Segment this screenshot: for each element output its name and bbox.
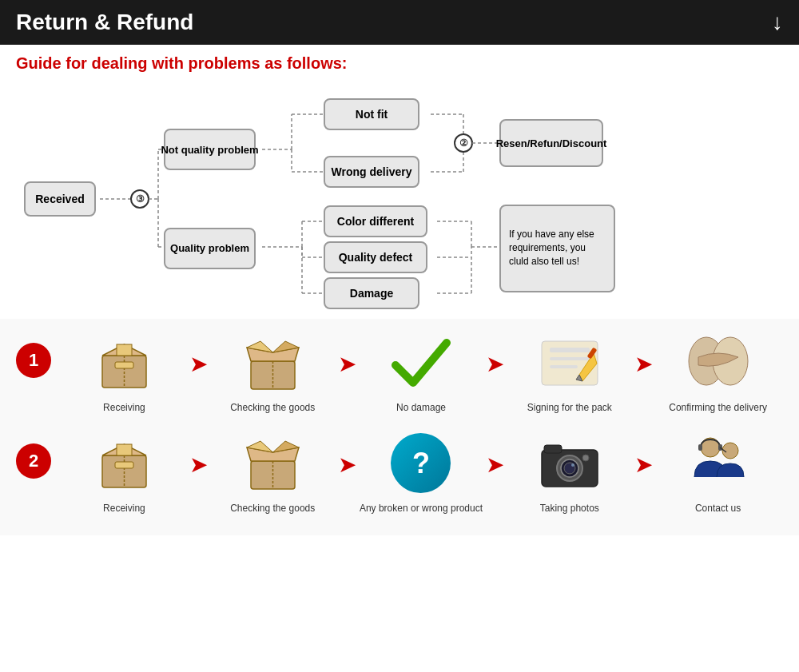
steps-items-1: Receiving ➤ Checking the goods	[59, 327, 783, 415]
step-num-1: 1	[16, 343, 51, 378]
svg-rect-46	[550, 365, 578, 368]
box-open-icon-2	[233, 427, 312, 499]
flowchart-area: ③	[0, 79, 799, 319]
flowchart: ③	[16, 87, 783, 311]
pencil-icon	[530, 327, 610, 399]
step-label-signing: Signing for the pack	[527, 402, 612, 415]
header-arrow: ↓	[772, 10, 783, 35]
not-quality-box: Not quality problem	[164, 129, 256, 170]
svg-rect-56	[115, 462, 133, 468]
received-box: Received	[24, 181, 96, 217]
not-fit-box: Not fit	[324, 98, 419, 130]
requirements-box: If you have any else requirements, you c…	[499, 205, 615, 292]
steps-items-2: Receiving ➤ Checking the goods	[59, 427, 783, 515]
svg-text:②: ②	[459, 137, 468, 149]
step-item-photos: Taking photos	[504, 427, 634, 515]
step-label-confirming: Confirming the delivery	[669, 402, 767, 415]
step-item-nodamage: No damage	[356, 327, 487, 415]
checkmark-icon	[381, 327, 461, 399]
resen-refund-box: Resen/Refun/Discount	[499, 119, 603, 167]
step-label-checking-2: Checking the goods	[230, 503, 315, 515]
arrow-1-1: ➤	[189, 327, 208, 377]
svg-point-1	[131, 190, 149, 208]
step-item-confirming: Confirming the delivery	[653, 327, 783, 415]
step-item-broken: ? Any broken or wrong product	[356, 427, 487, 515]
step-label-receiving-2: Receiving	[103, 503, 145, 515]
header: Return & Refund ↓	[0, 0, 799, 45]
step-item-receiving-2: Receiving	[59, 427, 189, 515]
step-item-receiving-1: Receiving	[59, 327, 189, 415]
step-item-contact: Contact us	[653, 427, 783, 515]
step-label-photos: Taking photos	[540, 503, 599, 515]
svg-point-67	[571, 463, 574, 467]
camera-icon	[530, 427, 610, 499]
header-title: Return & Refund	[16, 10, 193, 35]
arrow-2-2: ➤	[338, 427, 356, 478]
step-label-nodamage: No damage	[396, 402, 446, 415]
arrow-2-3: ➤	[486, 427, 504, 478]
step-item-checking-1: Checking the goods	[208, 327, 338, 415]
svg-text:③: ③	[136, 193, 145, 205]
arrow-1-2: ➤	[338, 327, 356, 377]
arrow-1-4: ➤	[634, 327, 653, 377]
step-label-receiving-1: Receiving	[103, 402, 145, 415]
step-label-checking-1: Checking the goods	[230, 402, 315, 415]
svg-point-68	[582, 455, 589, 461]
wrong-delivery-box: Wrong delivery	[324, 156, 419, 188]
arrow-2-4: ➤	[634, 427, 653, 478]
color-different-box: Color different	[324, 205, 427, 237]
box-closed-icon-2	[84, 427, 164, 499]
question-icon: ?	[381, 427, 461, 499]
svg-rect-63	[544, 445, 562, 453]
damage-box: Damage	[324, 277, 419, 309]
svg-rect-54	[117, 444, 132, 455]
handshake-icon	[678, 327, 758, 399]
steps-row-1: 1 Receiving ➤	[16, 327, 783, 415]
person-icon	[678, 427, 758, 499]
quality-defect-box: Quality defect	[324, 241, 427, 273]
svg-point-24	[455, 134, 472, 152]
step-label-contact: Contact us	[695, 503, 741, 515]
guide-subtitle: Guide for dealing with problems as follo…	[0, 45, 799, 79]
box-closed-icon	[84, 327, 164, 399]
box-open-icon-1	[233, 327, 312, 399]
svg-rect-45	[550, 357, 590, 360]
svg-rect-71	[698, 444, 702, 451]
steps-section: 1 Receiving ➤	[0, 319, 799, 535]
svg-rect-35	[117, 344, 132, 356]
step-label-broken: Any broken or wrong product	[360, 503, 483, 515]
svg-rect-44	[550, 348, 590, 352]
svg-marker-39	[247, 348, 299, 361]
step-item-signing: Signing for the pack	[504, 327, 634, 415]
quality-problem-box: Quality problem	[164, 228, 256, 269]
arrow-1-3: ➤	[486, 327, 504, 377]
step-num-2: 2	[16, 443, 51, 479]
arrow-2-1: ➤	[189, 427, 208, 478]
main-container: Return & Refund ↓ Guide for dealing with…	[0, 0, 799, 672]
svg-rect-37	[115, 362, 133, 368]
svg-marker-58	[247, 447, 299, 461]
step-item-checking-2: Checking the goods	[208, 427, 338, 515]
steps-row-2: 2 Receiving ➤	[16, 427, 783, 515]
